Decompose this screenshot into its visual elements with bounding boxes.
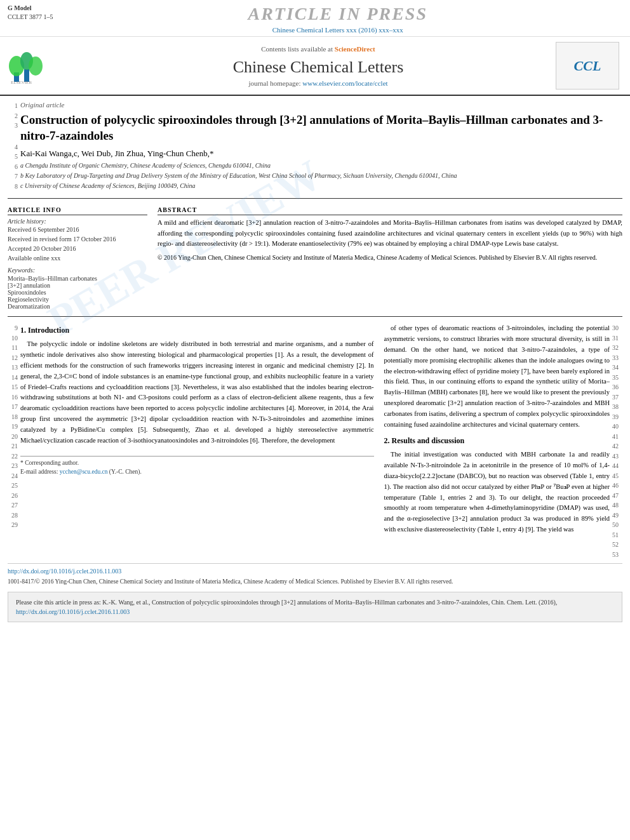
journal-title: Chinese Chemical Letters bbox=[233, 58, 404, 77]
banner-left: G Model CCLET 3877 1–5 bbox=[8, 4, 53, 22]
affil-c: c University of Chinese Academy of Scien… bbox=[20, 182, 622, 190]
article-in-press-label: ARTICLE IN PRESS bbox=[65, 4, 610, 24]
banner-center: ARTICLE IN PRESS Chinese Chemical Letter… bbox=[53, 4, 622, 35]
intro-heading: 1. Introduction bbox=[20, 326, 374, 335]
journal-header-center: Contents lists available at ScienceDirec… bbox=[84, 42, 553, 90]
top-banner: G Model CCLET 3877 1–5 ARTICLE IN PRESS … bbox=[0, 0, 630, 37]
received-date: Received 6 September 2016 bbox=[8, 226, 147, 233]
article-type: Original article bbox=[20, 101, 622, 109]
citation-bar: Please cite this article in press as: K.… bbox=[8, 592, 622, 622]
affil-b: b Key Laboratory of Drug-Targeting and D… bbox=[20, 171, 622, 180]
results-heading: 2. Results and discussion bbox=[384, 436, 610, 446]
main-content: 9 10 11 12 13 14 15 16 17 18 19 20 21 22… bbox=[8, 323, 622, 559]
article-meta-section: 1 2 3 4 5 6 7 8 Original article Constru… bbox=[8, 101, 622, 192]
accepted-date: Accepted 20 October 2016 bbox=[8, 245, 147, 252]
svg-point-4 bbox=[29, 57, 43, 76]
cclet-label: CCLET 3877 1–5 bbox=[8, 13, 53, 22]
journal-link-top[interactable]: Chinese Chemical Letters xxx (2016) xxx–… bbox=[272, 26, 403, 34]
article-body: PEER REVIEW 1 2 3 4 5 6 7 8 Original art… bbox=[0, 96, 630, 840]
corresponding-note: * Corresponding author. bbox=[20, 459, 374, 467]
line-numbers-main-right: 30 31 32 33 34 35 36 37 38 39 40 41 42 4… bbox=[610, 323, 622, 559]
right-text-p1: of other types of dearomatic reactions o… bbox=[384, 323, 610, 430]
divider-1 bbox=[8, 198, 622, 199]
page: G Model CCLET 3877 1–5 ARTICLE IN PRESS … bbox=[0, 0, 630, 840]
abstract-text: A mild and efficient dearomatic [3+2] an… bbox=[158, 218, 622, 262]
divider-2 bbox=[8, 316, 622, 317]
abstract-heading: ABSTRACT bbox=[158, 206, 622, 215]
footnote-section: * Corresponding author. E-mail address: … bbox=[20, 456, 374, 476]
elsevier-tree-icon: ELSEVIER bbox=[8, 47, 46, 85]
ccl-logo: CCL bbox=[556, 42, 619, 90]
copyright-bar: 1001-8417/© 2016 Ying-Chun Chen, Chinese… bbox=[8, 578, 622, 586]
abstract-copyright: © 2016 Ying-Chun Chen, Chinese Chemical … bbox=[158, 253, 622, 263]
svg-text:ELSEVIER: ELSEVIER bbox=[11, 80, 32, 85]
authors: Kai-Kai Wanga,c, Wei Dub, Jin Zhua, Ying… bbox=[20, 149, 622, 159]
info-abstract-section: ARTICLE INFO Article history: Received 6… bbox=[8, 206, 622, 310]
line-numbers-main-left: 9 10 11 12 13 14 15 16 17 18 19 20 21 22… bbox=[8, 323, 20, 559]
elsevier-logo: ELSEVIER bbox=[8, 47, 46, 85]
keyword-1: Morita–Baylis–Hillman carbonates bbox=[8, 275, 147, 282]
sciencedirect-link[interactable]: ScienceDirect bbox=[335, 45, 375, 53]
contents-label: Contents lists available at ScienceDirec… bbox=[261, 45, 375, 53]
keyword-5: Dearomatization bbox=[8, 303, 147, 310]
ccl-logo-section: CCL bbox=[553, 42, 622, 90]
citation-doi-link[interactable]: http://dx.doi.org/10.1016/j.cclet.2016.1… bbox=[16, 608, 130, 615]
keyword-2: [3+2] annulation bbox=[8, 282, 147, 289]
history-label: Article history: bbox=[8, 218, 147, 225]
keyword-4: Regioselectivity bbox=[8, 296, 147, 303]
affil-a: a Chengdu Institute of Organic Chemistry… bbox=[20, 161, 622, 170]
doi-link[interactable]: http://dx.doi.org/10.1016/j.cclet.2016.1… bbox=[8, 568, 121, 575]
revised-date: Received in revised form 17 October 2016 bbox=[8, 236, 147, 243]
email-link[interactable]: ycchen@scu.edu.cn bbox=[60, 469, 108, 475]
line-numbers-left: 1 2 3 4 5 6 7 8 bbox=[8, 101, 20, 192]
article-content: Original article Construction of polycyc… bbox=[20, 101, 622, 192]
intro-text: The polycyclic indole or indoline skelet… bbox=[20, 339, 374, 446]
right-text-p2: The initial investigation was conducted … bbox=[384, 450, 610, 535]
available-date: Available online xxx bbox=[8, 255, 147, 262]
homepage-link[interactable]: www.elsevier.com/locate/cclet bbox=[302, 79, 387, 87]
main-right-col: of other types of dearomatic reactions o… bbox=[384, 323, 610, 559]
elsevier-section: ELSEVIER bbox=[8, 42, 84, 90]
article-info-heading: ARTICLE INFO bbox=[8, 206, 147, 215]
right-main-wrapper: of other types of dearomatic reactions o… bbox=[384, 323, 622, 559]
main-left-col: 1. Introduction The polycyclic indole or… bbox=[20, 323, 374, 559]
gmodel-label: G Model bbox=[8, 4, 53, 13]
doi-section: http://dx.doi.org/10.1016/j.cclet.2016.1… bbox=[8, 563, 622, 586]
journal-header: ELSEVIER Contents lists available at Sci… bbox=[0, 37, 630, 96]
abstract-col: ABSTRACT A mild and efficient dearomatic… bbox=[158, 206, 622, 310]
keywords-label: Keywords: bbox=[8, 267, 147, 274]
journal-homepage: journal homepage: www.elsevier.com/locat… bbox=[248, 79, 387, 87]
article-title: Construction of polycyclic spirooxindole… bbox=[20, 112, 622, 143]
keyword-3: Spirooxindoles bbox=[8, 289, 147, 296]
article-info-col: ARTICLE INFO Article history: Received 6… bbox=[8, 206, 147, 310]
email-note: E-mail address: ycchen@scu.edu.cn (Y.-C.… bbox=[20, 468, 374, 476]
left-main-wrapper: 9 10 11 12 13 14 15 16 17 18 19 20 21 22… bbox=[8, 323, 374, 559]
